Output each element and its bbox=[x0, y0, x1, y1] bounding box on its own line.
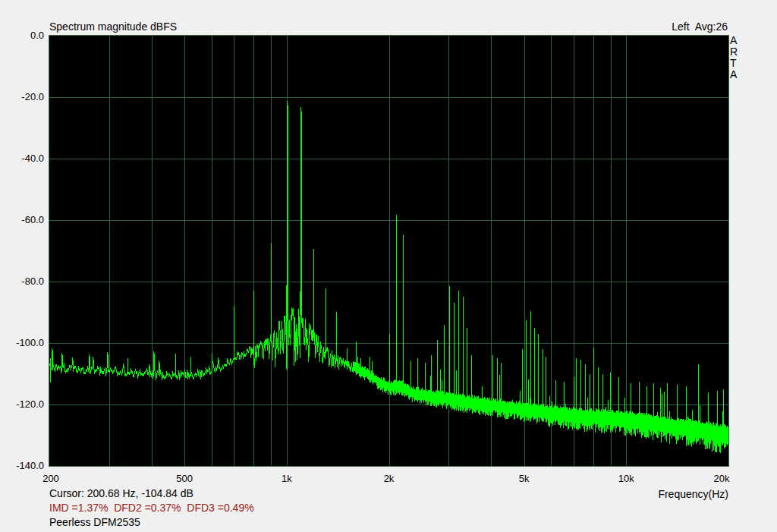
x-axis-title: Frequency(Hz) bbox=[658, 488, 728, 500]
arta-letter: A bbox=[730, 68, 737, 80]
y-tick-label--120.0: -120.0 bbox=[2, 399, 44, 410]
y-tick-label--20.0: -20.0 bbox=[2, 92, 44, 102]
grid-lines bbox=[49, 36, 728, 466]
page-title: Spectrum magnitude dBFS bbox=[49, 20, 177, 33]
y-tick-label--80.0: -80.0 bbox=[2, 276, 44, 287]
arta-watermark: ARTA bbox=[730, 35, 738, 80]
spectrum-chart bbox=[49, 36, 728, 466]
x-tick-label-500: 500 bbox=[176, 473, 193, 484]
arta-letter: R bbox=[730, 46, 738, 58]
device-note: Peerless DFM2535 bbox=[49, 516, 140, 528]
x-tick-label-2k: 2k bbox=[384, 473, 395, 484]
channel-average-info: Left Avg:26 bbox=[672, 20, 728, 33]
y-tick-label--60.0: -60.0 bbox=[2, 215, 44, 225]
x-tick-label-5k: 5k bbox=[519, 473, 530, 484]
x-tick-label-1k: 1k bbox=[282, 473, 292, 484]
y-tick-label--40.0: -40.0 bbox=[2, 153, 44, 164]
cursor-readout: Cursor: 200.68 Hz, -104.84 dB bbox=[49, 487, 193, 499]
arta-letter: A bbox=[730, 34, 737, 46]
y-tick-label-0.0: 0.0 bbox=[2, 30, 44, 41]
arta-letter: T bbox=[730, 57, 737, 69]
arta-spectrum-window: Spectrum magnitude dBFS Left Avg:26 ARTA… bbox=[0, 0, 777, 532]
distortion-readout: IMD =1.37% DFD2 =0.37% DFD3 =0.49% bbox=[49, 502, 254, 514]
x-tick-label-20k: 20k bbox=[714, 473, 730, 484]
plot-area bbox=[49, 35, 729, 467]
x-tick-label-10k: 10k bbox=[618, 473, 634, 484]
y-tick-label--140.0: -140.0 bbox=[2, 461, 44, 471]
x-tick-label-200: 200 bbox=[42, 473, 59, 484]
y-tick-label--100.0: -100.0 bbox=[2, 338, 44, 348]
